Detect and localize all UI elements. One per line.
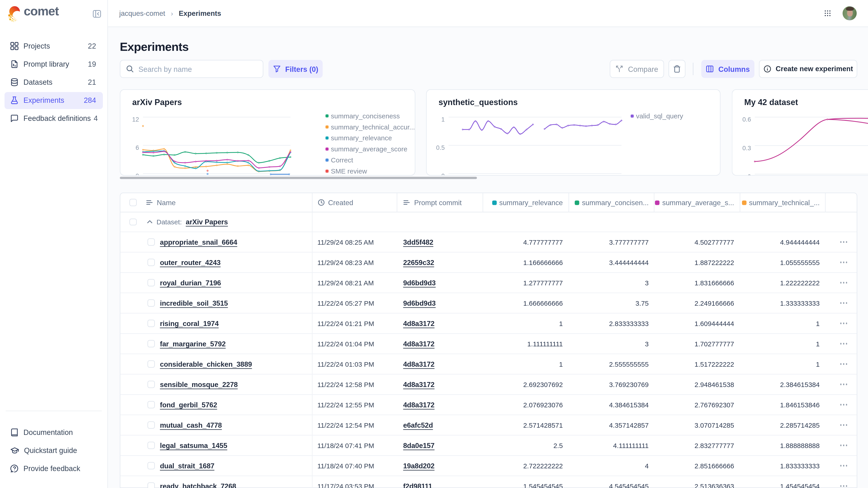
svg-text:summary_conciseness: summary_conciseness (331, 112, 400, 120)
svg-text:0.6: 0.6 (742, 116, 751, 123)
svg-text:Correct: Correct (331, 156, 353, 164)
svg-text:summary_average_score: summary_average_score (331, 145, 407, 153)
svg-text:SME review: SME review (331, 167, 367, 175)
svg-text:0.3: 0.3 (742, 144, 751, 152)
svg-text:0: 0 (441, 172, 445, 175)
svg-text:1: 1 (441, 116, 445, 123)
svg-text:summary_relevance: summary_relevance (331, 134, 392, 142)
svg-text:summary_technical_accur...: summary_technical_accur... (331, 123, 415, 131)
svg-text:valid_sql_query: valid_sql_query (636, 112, 683, 120)
svg-text:6: 6 (135, 144, 139, 151)
svg-text:0: 0 (135, 172, 139, 175)
svg-text:0: 0 (747, 173, 751, 176)
svg-text:12: 12 (132, 116, 139, 123)
svg-text:0.5: 0.5 (436, 144, 445, 151)
